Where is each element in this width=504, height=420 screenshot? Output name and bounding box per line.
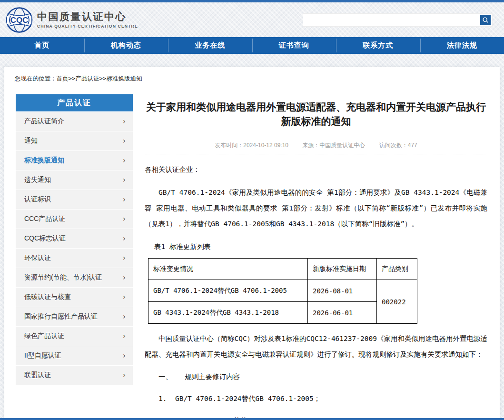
site-logo[interactable]: CQC 中国质量认证中心 CHINA QUALITY CERTIFICATION… (6, 7, 138, 33)
sidebar-item-cqc-mark-cert[interactable]: CQC标志认证› (16, 229, 133, 248)
sidebar-item-environmental-cert[interactable]: 环保认证› (16, 249, 133, 268)
cell-change-1: GB/T 4706.1-2024替代GB 4706.1-2005 (148, 280, 308, 302)
cell-category: 002022 (377, 280, 417, 324)
article: 关于家用和类似用途电器用外置电源适配器、充电器和内置开关电源产品执行新版标准的通… (133, 94, 497, 420)
article-meta: 发布时间：2024-10-12 09:10 来源：中国质量认证中心 访问次数：4… (145, 141, 487, 154)
svg-text:CQC: CQC (10, 16, 29, 25)
chevron-right-icon: › (123, 332, 126, 340)
logo-text: 中国质量认证中心 CHINA QUALITY CERTIFICATION CEN… (37, 11, 138, 29)
nav-item-certificate-query[interactable]: 证书查询 (252, 37, 336, 54)
sidebar-item-loss-notices[interactable]: 遗失通知› (16, 170, 133, 190)
sidebar-item-standard-change-notices[interactable]: 标准换版通知› (16, 151, 133, 170)
sidebar-item-resource-saving-cert[interactable]: 资源节约(节能、节水)认证› (16, 268, 133, 287)
chevron-right-icon: › (123, 273, 126, 282)
content-columns: 产品认证 产品认证简介› 通知› 标准换版通知› 遗失通知› 认证标识› CCC… (4, 94, 500, 420)
list-item-1: 1. GB/T 4706.1-2024替代GB 4706.1-2005； (145, 391, 487, 407)
publish-time: 发布时间：2024-10-12 09:10 (215, 142, 288, 149)
sidebar-item-certification-marks[interactable]: 认证标识› (16, 190, 133, 209)
sidebar-item-alliance-cert[interactable]: 联盟认证› (16, 366, 133, 385)
nav-item-news[interactable]: 机构动态 (84, 37, 168, 54)
sidebar-item-ccc-cert[interactable]: CCC产品认证› (16, 210, 133, 229)
view-count: 访问次数：477 (379, 142, 417, 149)
chevron-right-icon: › (123, 254, 126, 262)
footer-bar (0, 418, 504, 420)
source: 来源：中国质量认证中心 (302, 142, 365, 149)
nav-item-contact[interactable]: 联系方式 (336, 37, 420, 54)
paragraph-2: 中国质量认证中心（简称CQC）对涉及表1标准的CQC12-461237-2009… (145, 331, 487, 362)
sidebar-item-national-voluntary-cert[interactable]: 国家推行自愿性产品认证› (16, 307, 133, 326)
sidebar-item-product-cert-intro[interactable]: 产品认证简介› (16, 112, 133, 131)
cell-date-1: 2026-08-01 (308, 280, 377, 302)
search-input[interactable] (303, 14, 480, 26)
chevron-right-icon: › (123, 176, 126, 184)
cqc-globe-icon: CQC (6, 7, 33, 33)
paragraph-1: GB/T 4706.1-2024《家用及类似用途电器的的安全 第1部分：通用要求… (145, 185, 487, 232)
header-category: 产品类别 (377, 259, 417, 280)
nav-item-online-business[interactable]: 业务在线 (168, 37, 252, 54)
header-change: 标准变更情况 (148, 259, 308, 280)
salutation: 各相关认证企业： (145, 162, 487, 178)
chevron-right-icon: › (123, 195, 126, 204)
chevron-right-icon: › (123, 312, 126, 321)
chevron-right-icon: › (123, 137, 126, 145)
search-box (303, 13, 493, 27)
header-date: 新版标准实施日期 (308, 259, 377, 280)
breadcrumb[interactable]: 您现在的位置：首页>>产品认证>>标准换版通知 (4, 67, 500, 83)
logo-title-cn: 中国质量认证中心 (37, 11, 138, 22)
main-nav: 首页 机构动态 业务在线 证书查询 联系方式 法律法规 (0, 37, 504, 54)
section-heading: 一、 规则主要修订内容 (145, 369, 487, 385)
chevron-right-icon: › (123, 215, 126, 223)
content-panel: 您现在的位置：首页>>产品认证>>标准换版通知 产品认证 产品认证简介› 通知›… (4, 67, 500, 420)
sidebar-item-type2-voluntary-cert[interactable]: II型自愿认证› (16, 346, 133, 365)
sidebar: 产品认证 产品认证简介› 通知› 标准换版通知› 遗失通知› 认证标识› CCC… (16, 94, 133, 385)
chevron-right-icon: › (123, 234, 126, 243)
standard-update-table: 标准变更情况 新版标准实施日期 产品类别 GB/T 4706.1-2024替代G… (148, 258, 417, 324)
sidebar-item-green-product-cert[interactable]: 绿色产品认证› (16, 327, 133, 346)
sidebar-item-notices[interactable]: 通知› (16, 131, 133, 150)
nav-item-home[interactable]: 首页 (0, 37, 84, 54)
search-icon (482, 17, 489, 23)
cell-date-2: 2026-06-01 (308, 302, 377, 324)
chevron-right-icon: › (123, 371, 126, 380)
article-body: 各相关认证企业： GB/T 4706.1-2024《家用及类似用途电器的的安全 … (145, 162, 487, 420)
cell-change-2: GB 4343.1-2024替代GB 4343.1-2018 (148, 302, 308, 324)
chevron-right-icon: › (123, 156, 126, 165)
table-header-row: 标准变更情况 新版标准实施日期 产品类别 (148, 259, 417, 280)
chevron-right-icon: › (123, 293, 126, 301)
sidebar-item-low-carbon-cert[interactable]: 低碳认证与核查› (16, 288, 133, 307)
nav-item-laws[interactable]: 法律法规 (420, 37, 504, 54)
search-button[interactable] (480, 15, 491, 25)
chevron-right-icon: › (123, 351, 126, 360)
article-title: 关于家用和类似用途电器用外置电源适配器、充电器和内置开关电源产品执行新版标准的通… (145, 100, 487, 129)
site-header: CQC 中国质量认证中心 CHINA QUALITY CERTIFICATION… (0, 2, 504, 37)
sidebar-header: 产品认证 (16, 94, 133, 111)
table-row: GB/T 4706.1-2024替代GB 4706.1-2005 2026-08… (148, 280, 417, 302)
chevron-right-icon: › (123, 117, 126, 126)
logo-title-en: CHINA QUALITY CERTIFICATION CENTRE (37, 24, 138, 29)
table-caption: 表1 标准更新列表 (154, 242, 487, 251)
